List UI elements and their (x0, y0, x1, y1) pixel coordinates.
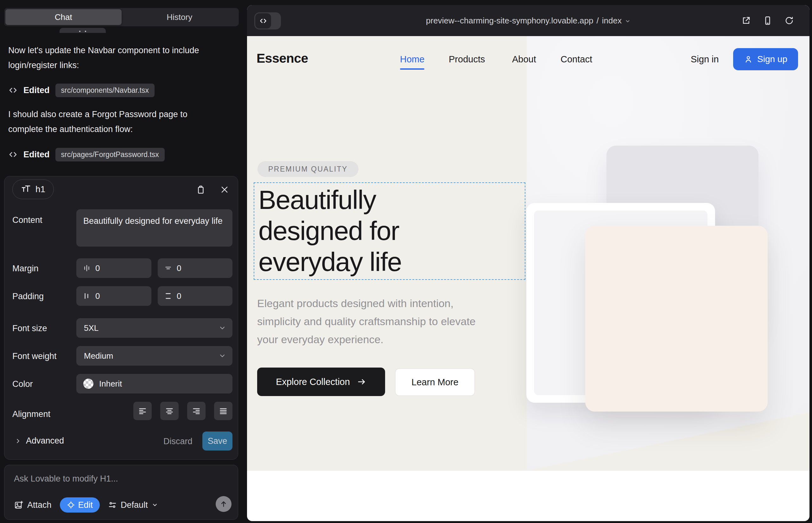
margin-vertical-icon (164, 264, 172, 272)
chevron-down-icon (218, 324, 226, 332)
explore-collection-label: Explore Collection (276, 377, 350, 387)
padding-vertical-input[interactable] (177, 291, 208, 301)
align-justify-button[interactable] (214, 402, 232, 420)
model-default-dropdown[interactable]: Default (108, 500, 158, 510)
close-editor-button[interactable] (218, 183, 231, 196)
padding-horizontal-icon (83, 292, 91, 300)
edit-label: Edit (78, 500, 93, 510)
preview-url: preview--charming-site-symphony.lovable.… (426, 16, 593, 26)
font-weight-label: Font weight (12, 351, 57, 361)
file-chip[interactable]: src/components/Navbar.tsx (55, 84, 155, 97)
sign-up-button[interactable]: Sign up (733, 48, 798, 70)
hero-description: Elegant products designed with intention… (257, 294, 498, 348)
padding-horizontal-field[interactable] (76, 286, 152, 306)
margin-horizontal-field[interactable] (76, 258, 152, 278)
margin-vertical-input[interactable] (177, 264, 208, 273)
padding-horizontal-input[interactable] (95, 291, 127, 301)
edited-label: Edited (23, 86, 50, 95)
composer-actions: Attach Edit Default (14, 497, 158, 512)
element-tag: h1 (35, 184, 45, 194)
open-in-new-tab-button[interactable] (740, 14, 753, 27)
composer-input[interactable] (14, 474, 223, 493)
chevron-down-icon (218, 352, 226, 360)
color-select[interactable]: Inherit (76, 374, 232, 394)
decor-card-cream (585, 226, 768, 412)
align-left-icon (138, 407, 147, 415)
content-input[interactable]: Beautifully designed for everyday life (76, 209, 232, 247)
margin-vertical-field[interactable] (158, 258, 232, 278)
save-button[interactable]: Save (202, 432, 232, 451)
refresh-button[interactable] (783, 14, 796, 27)
discard-button[interactable]: Discard (163, 437, 193, 446)
color-swatch-icon (83, 379, 93, 389)
edit-mode-button[interactable]: Edit (60, 497, 100, 512)
margin-horizontal-icon (83, 264, 91, 272)
arrow-up-icon (219, 500, 228, 508)
edited-file-row: Edited src/components/Navbar.tsx (8, 83, 155, 97)
trash-icon (196, 185, 206, 194)
selected-element-pill[interactable]: h1 (12, 180, 54, 199)
url-separator: / (597, 16, 599, 26)
padding-label: Padding (12, 292, 44, 301)
code-icon (8, 86, 18, 95)
attach-button[interactable]: Attach (14, 500, 52, 510)
content-label: Content (12, 215, 42, 225)
nav-link-products[interactable]: Products (449, 54, 485, 65)
user-icon (744, 55, 753, 64)
font-weight-value: Medium (84, 351, 218, 361)
code-icon (8, 150, 18, 159)
chevron-right-icon (15, 437, 21, 445)
font-size-select[interactable]: 5XL (76, 318, 232, 338)
site-hero-section: Essence Home Products About Contact Sign… (247, 36, 810, 471)
sign-in-link[interactable]: Sign in (691, 54, 719, 65)
chat-composer: Attach Edit Default (4, 465, 238, 520)
send-button[interactable] (216, 496, 231, 512)
site-brand[interactable]: Essence (257, 51, 308, 66)
chat-history-tabbar: Chat History (4, 8, 239, 26)
explore-collection-button[interactable]: Explore Collection (257, 367, 385, 396)
nav-link-contact[interactable]: Contact (561, 54, 592, 65)
preview-chrome-bar: preview--charming-site-symphony.lovable.… (247, 5, 810, 36)
delete-element-button[interactable] (194, 183, 207, 196)
file-chip[interactable]: src/pages/ForgotPassword.tsx (55, 148, 165, 161)
align-left-button[interactable] (133, 402, 152, 420)
preview-url-dropdown[interactable]: preview--charming-site-symphony.lovable.… (247, 5, 810, 36)
nav-link-home[interactable]: Home (400, 54, 424, 65)
hero-heading[interactable]: Beautifully designed for everyday life (259, 184, 480, 277)
element-editor-panel: h1 Content Beautifully designed for ever… (4, 176, 238, 460)
align-right-button[interactable] (187, 402, 206, 420)
site-navbar: Essence Home Products About Contact Sign… (247, 47, 810, 72)
alignment-label: Alignment (12, 409, 50, 419)
code-view-toggle[interactable] (254, 12, 281, 30)
font-weight-select[interactable]: Medium (76, 346, 232, 366)
padding-vertical-field[interactable] (158, 286, 232, 306)
arrow-right-icon (357, 377, 366, 386)
align-right-icon (192, 407, 201, 415)
align-center-button[interactable] (160, 402, 179, 420)
mobile-view-button[interactable] (761, 14, 774, 27)
preview-path: index (602, 16, 622, 26)
sliders-icon (108, 501, 117, 509)
padding-vertical-icon (164, 292, 172, 300)
color-label: Color (12, 379, 33, 389)
smartphone-icon (763, 16, 772, 25)
font-size-label: Font size (12, 324, 47, 333)
tab-history[interactable]: History (122, 9, 238, 25)
image-plus-icon (14, 500, 23, 510)
tab-chat[interactable]: Chat (5, 9, 122, 25)
preview-window: preview--charming-site-symphony.lovable.… (247, 5, 810, 521)
align-justify-icon (219, 407, 228, 415)
margin-horizontal-input[interactable] (95, 264, 127, 273)
chat-message: Now let's update the Navbar component to… (8, 43, 211, 73)
nav-link-about[interactable]: About (512, 54, 536, 65)
scrolled-chip-partial (59, 28, 106, 33)
lovable-app: Chat History Now let's update the Navbar… (0, 0, 812, 523)
align-center-icon (165, 407, 174, 415)
advanced-toggle[interactable]: Advanced (15, 436, 64, 446)
type-icon (21, 184, 31, 194)
learn-more-button[interactable]: Learn More (395, 368, 475, 396)
color-value: Inherit (99, 379, 232, 389)
chrome-actions (740, 5, 796, 36)
sign-up-label: Sign up (757, 54, 787, 64)
chat-message: I should also create a Forgot Password p… (8, 107, 211, 137)
